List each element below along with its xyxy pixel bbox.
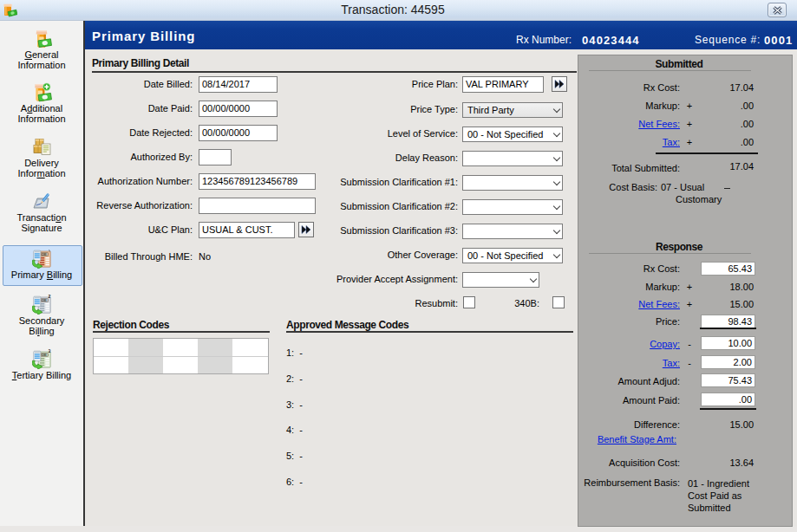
svg-text:OIII: OIII [42, 354, 47, 357]
svg-text:2: 2 [49, 295, 51, 300]
svg-text:OIII: OIII [42, 299, 47, 302]
svg-text:3: 3 [49, 349, 51, 354]
